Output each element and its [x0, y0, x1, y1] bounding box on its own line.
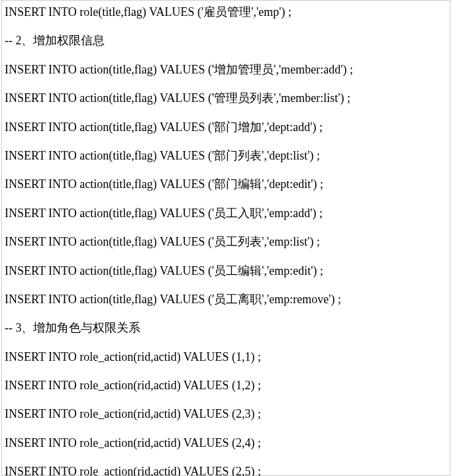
code-line: INSERT INTO role(title,flag) VALUES ('雇员… — [5, 5, 447, 20]
code-line: INSERT INTO action(title,flag) VALUES ('… — [5, 177, 447, 192]
code-line: INSERT INTO role_action(rid,actid) VALUE… — [5, 436, 447, 451]
code-line: -- 2、增加权限信息 — [5, 33, 447, 48]
code-line: INSERT INTO action(title,flag) VALUES ('… — [5, 91, 447, 106]
code-line: -- 3、增加角色与权限关系 — [5, 320, 447, 336]
code-line: INSERT INTO action(title,flag) VALUES ('… — [5, 120, 447, 135]
code-line: INSERT INTO action(title,flag) VALUES ('… — [5, 263, 447, 279]
code-line: INSERT INTO role_action(rid,actid) VALUE… — [5, 350, 447, 365]
code-line: INSERT INTO action(title,flag) VALUES ('… — [5, 62, 447, 77]
code-line: INSERT INTO action(title,flag) VALUES ('… — [5, 292, 447, 307]
code-line: INSERT INTO role_action(rid,actid) VALUE… — [5, 378, 447, 393]
code-container: INSERT INTO role(title,flag) VALUES ('雇员… — [1, 0, 450, 476]
code-line: INSERT INTO role_action(rid,actid) VALUE… — [5, 406, 447, 422]
code-line: INSERT INTO role_action(rid,actid) VALUE… — [5, 464, 447, 476]
code-line: INSERT INTO action(title,flag) VALUES ('… — [5, 148, 447, 164]
code-line: INSERT INTO action(title,flag) VALUES ('… — [5, 234, 447, 250]
code-line: INSERT INTO action(title,flag) VALUES ('… — [5, 206, 447, 221]
